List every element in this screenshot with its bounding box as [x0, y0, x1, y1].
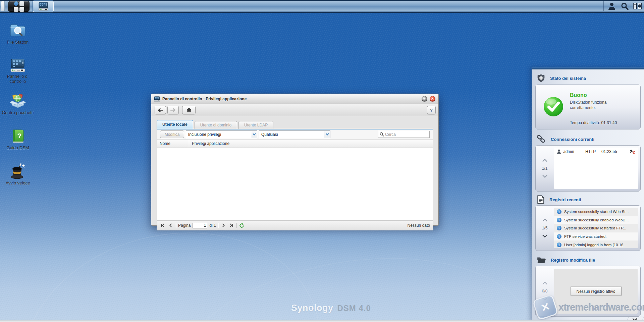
next-page-button[interactable]	[220, 222, 226, 228]
desktop-icon-label: File Station	[0, 40, 36, 45]
edit-button[interactable]: Modifica	[160, 130, 184, 138]
show-desktop-button[interactable]	[1, 1, 5, 11]
pagination-separator	[176, 223, 176, 228]
page-input[interactable]	[193, 223, 207, 228]
control-panel-window: Pannello di controllo - Privilegi applic…	[151, 94, 439, 226]
brand-text: Synology	[291, 303, 333, 313]
privilege-value-select[interactable]: Qualsiasi	[259, 130, 330, 138]
prev-page-button[interactable]	[168, 222, 174, 228]
back-button[interactable]	[155, 106, 166, 114]
chevron-down-icon	[253, 133, 256, 136]
chevron-up-icon[interactable]	[542, 282, 547, 285]
desktop-icon-file-station[interactable]: File Station	[0, 22, 36, 45]
connection-row[interactable]: admin HTTP 01:23:55	[554, 148, 638, 156]
logs-list: iSystem successfully started Web St... i…	[554, 208, 638, 248]
home-icon	[186, 107, 192, 113]
section-title: Connessioni correnti	[551, 137, 594, 142]
info-icon: i	[557, 226, 561, 230]
close-button[interactable]: ✕	[430, 96, 435, 102]
log-row[interactable]: iSystem successfully restarted FTP...	[554, 224, 638, 232]
desktop: File Station Pannello di controllo Centr…	[0, 0, 644, 322]
column-header-name[interactable]: Nome	[157, 140, 189, 148]
desktop-icon-label: Centro pacchetti	[0, 110, 36, 115]
main-menu-button[interactable]	[8, 1, 30, 12]
last-page-button[interactable]	[228, 222, 234, 228]
connection-time: 01:23:55	[601, 149, 617, 154]
refresh-button[interactable]	[239, 222, 245, 228]
search-box[interactable]	[378, 131, 430, 138]
close-icon: ✕	[431, 97, 434, 101]
log-document-icon	[537, 195, 545, 204]
no-active-log-box: Nessun registro attivo	[571, 287, 622, 296]
user-menu-button[interactable]	[606, 1, 618, 11]
package-center-icon	[9, 93, 26, 109]
help-button[interactable]: ?	[427, 106, 436, 114]
first-page-button[interactable]	[160, 222, 166, 228]
control-panel-icon	[9, 58, 26, 72]
desktop-icon-control-panel[interactable]: Pannello di controllo	[0, 58, 36, 84]
tab-ldap-user[interactable]: Utente LDAP	[238, 121, 273, 129]
connection-user: admin	[563, 149, 583, 154]
open-folder-icon	[537, 256, 546, 264]
next-page-icon	[221, 223, 225, 227]
tab-strip: Utente locale Utente di dominio Utente L…	[157, 120, 433, 129]
synology-dsm-logo: Synology DSM 4.0	[291, 303, 371, 313]
pilot-view-button[interactable]	[631, 1, 643, 11]
desktop-icon-quick-start[interactable]: Avvio veloce	[0, 163, 36, 185]
system-status-card: Buono DiskStation funziona correttamente…	[535, 85, 641, 129]
help-label: ?	[430, 108, 433, 113]
taskbar-control-panel-button[interactable]	[33, 1, 54, 12]
tab-panel: Modifica Inclusione privilegi Qualsiasi	[157, 129, 433, 230]
forward-icon	[170, 108, 176, 112]
search-button[interactable]	[619, 1, 631, 11]
pager-text: 1/5	[542, 226, 548, 230]
connections-list: admin HTTP 01:23:55	[554, 148, 638, 189]
taskbar-divider	[603, 1, 604, 11]
log-row[interactable]: iFTP service was started.	[554, 232, 638, 241]
search-input[interactable]	[385, 132, 425, 137]
log-row[interactable]: iSystem successfully enabled WebD...	[554, 216, 638, 224]
log-text: User [admin] logged in from [10.16...	[564, 243, 627, 247]
chevron-up-icon[interactable]	[542, 159, 547, 162]
home-button[interactable]	[182, 106, 196, 114]
section-connections: Connessioni correnti	[537, 135, 594, 143]
dropdown-arrow-button[interactable]	[251, 131, 257, 138]
log-text: FTP service was started.	[564, 234, 606, 238]
chevron-down-icon[interactable]	[542, 234, 547, 237]
table-header[interactable]: Nome Privilegi applicazione	[157, 140, 433, 148]
minimize-button[interactable]	[422, 96, 427, 102]
window-title-icon	[154, 96, 160, 102]
tab-domain-user[interactable]: Utente di dominio	[195, 121, 237, 129]
minimize-icon	[423, 98, 426, 100]
forward-button[interactable]	[167, 106, 179, 114]
log-text: System successfully restarted FTP...	[564, 226, 626, 230]
sidebar-top-strip	[532, 67, 644, 69]
privilege-filter-select[interactable]: Inclusione privilegi	[186, 130, 257, 138]
desktop-icon-dsm-help[interactable]: ? Guida DSM	[0, 128, 36, 150]
section-system-status: Stato del sistema	[537, 74, 586, 83]
pagination-separator	[236, 223, 237, 228]
pagination-bar: Pagina di 1	[157, 220, 433, 230]
dropdown-arrow-button[interactable]	[324, 131, 330, 138]
desktop-icon-label: Pannello di controllo	[0, 74, 36, 84]
window-title: Pannello di controllo - Privilegi applic…	[162, 97, 247, 101]
chevron-down-icon	[326, 133, 329, 136]
chevron-down-icon[interactable]	[542, 175, 547, 178]
desktop-icon-package-center[interactable]: Centro pacchetti	[0, 93, 36, 115]
prev-page-icon	[169, 223, 173, 227]
section-recent-logs: Registri recenti	[537, 195, 581, 204]
log-row[interactable]: iUser [admin] logged in from [10.16...	[554, 240, 638, 248]
info-icon: i	[557, 209, 561, 214]
chevron-down-icon[interactable]	[542, 298, 547, 301]
user-icon	[607, 2, 616, 10]
window-titlebar[interactable]: Pannello di controllo - Privilegi applic…	[151, 94, 438, 104]
control-panel-icon	[38, 2, 49, 11]
disconnect-button[interactable]	[630, 149, 635, 155]
search-icon	[380, 132, 384, 137]
link-icon	[537, 135, 546, 143]
tab-local-user[interactable]: Utente locale	[157, 120, 193, 129]
log-row[interactable]: iSystem successfully started Web St...	[554, 208, 638, 216]
chevron-up-icon[interactable]	[542, 219, 547, 222]
table-body-empty	[157, 148, 433, 220]
column-header-privileges[interactable]: Privilegi applicazione	[189, 141, 229, 146]
